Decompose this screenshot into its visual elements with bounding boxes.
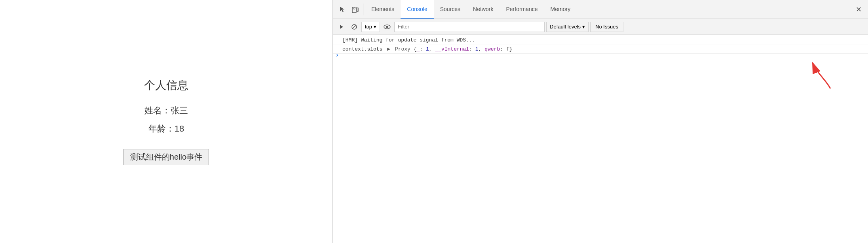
age-info: 年龄：18 [148,123,184,135]
default-levels-label: Default levels [550,24,581,30]
console-prompt-line[interactable]: › [333,54,868,57]
val-1: 1 [426,46,429,52]
hmr-message: [HMR] Waiting for update signal from WDS… [342,37,475,43]
tab-console[interactable]: Console [401,0,433,19]
top-context-label: top [365,24,372,30]
devtools-tabs: Elements Console Sources Network Perform… [365,0,577,19]
no-issues-button[interactable]: No Issues [590,22,623,32]
devtools-tab-bar: Elements Console Sources Network Perform… [333,0,868,19]
context-slots-text: context.slots ▶ Proxy {_: 1, __vInternal… [342,46,512,52]
proxy-brace-close: } [509,46,513,52]
chevron-down-icon-2: ▾ [582,24,585,30]
console-context-line: context.slots ▶ Proxy {_: 1, __vInternal… [333,45,868,54]
console-hmr-line: [HMR] Waiting for update signal from WDS… [333,36,868,45]
expand-arrow[interactable]: ▶ [387,46,390,52]
page-title: 个人信息 [144,78,188,93]
no-issues-label: No Issues [595,24,618,30]
val-vinternal: 1 [475,46,479,52]
devtools-panel: Elements Console Sources Network Perform… [332,0,868,243]
inspect-element-icon[interactable] [336,3,349,16]
tab-performance[interactable]: Performance [500,0,544,19]
tab-network[interactable]: Network [467,0,500,19]
name-info: 姓名：张三 [144,105,188,117]
web-page-content: 个人信息 姓名：张三 年龄：18 测试组件的hello事件 [0,0,332,243]
block-icon[interactable] [349,21,360,32]
device-toggle-icon[interactable] [349,3,361,16]
console-filter-input[interactable] [394,22,545,32]
tab-elements[interactable]: Elements [365,0,401,19]
chevron-down-icon: ▾ [374,24,376,30]
svg-line-5 [353,25,356,28]
context-slots-key: context.slots [342,46,382,52]
svg-marker-3 [340,25,343,29]
devtools-close-button[interactable]: ✕ [853,5,865,14]
toolbar-separator [363,4,363,15]
tab-memory[interactable]: Memory [544,0,577,19]
prompt-caret: › [335,52,339,59]
proxy-label: Proxy [395,46,414,52]
console-output-area: [HMR] Waiting for update signal from WDS… [333,35,868,243]
svg-rect-2 [357,8,358,11]
red-arrow-annotation [805,57,836,98]
top-context-selector[interactable]: top ▾ [361,22,380,32]
default-levels-dropdown[interactable]: Default levels ▾ [546,22,589,32]
test-hello-button[interactable]: 测试组件的hello事件 [123,149,209,165]
console-toolbar: top ▾ Default levels ▾ No Issues [333,19,868,35]
eye-icon[interactable] [382,21,393,32]
key-vinternal: __vInternal [435,46,469,52]
tab-sources[interactable]: Sources [434,0,467,19]
run-icon[interactable] [336,21,347,32]
proxy-brace-open: { [414,46,417,52]
val-f: f [506,46,509,52]
svg-point-7 [386,26,388,28]
svg-rect-1 [353,8,355,9]
key-qwerb: qwerb [484,46,500,52]
